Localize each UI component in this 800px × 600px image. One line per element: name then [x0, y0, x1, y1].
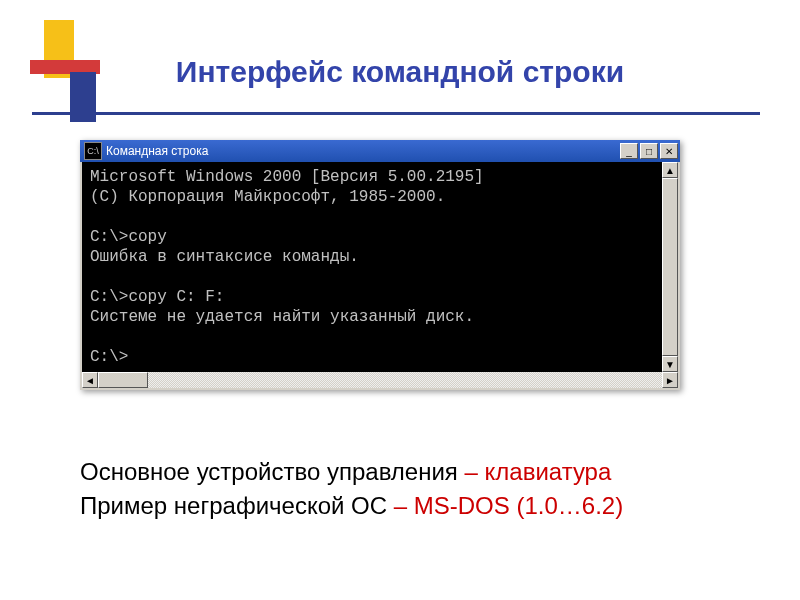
scroll-down-icon[interactable]: ▼ [662, 356, 678, 372]
window-titlebar[interactable]: C:\ Командная строка _ □ ✕ [80, 140, 680, 162]
caption-line1-b: – клавиатура [465, 458, 612, 485]
window-title: Командная строка [106, 144, 620, 158]
slide-title: Интерфейс командной строки [0, 55, 800, 89]
maximize-button[interactable]: □ [640, 143, 658, 159]
window-client: Microsoft Windows 2000 [Версия 5.00.2195… [80, 162, 680, 390]
caption-line2-b: – MS-DOS (1.0…6.2) [394, 492, 623, 519]
scroll-h-thumb[interactable] [98, 372, 148, 388]
cmd-window: C:\ Командная строка _ □ ✕ Microsoft Win… [80, 140, 680, 390]
title-underline [32, 112, 760, 115]
scroll-h-track[interactable] [98, 372, 662, 388]
close-button[interactable]: ✕ [660, 143, 678, 159]
scroll-v-thumb[interactable] [662, 178, 678, 356]
caption-line2-a: Пример неграфической ОС [80, 492, 394, 519]
scroll-right-icon[interactable]: ► [662, 372, 678, 388]
title-area: Интерфейс командной строки [0, 55, 800, 89]
caption-line-1: Основное устройство управления – клавиат… [80, 455, 623, 489]
cmd-icon: C:\ [84, 142, 102, 160]
caption-line-2: Пример неграфической ОС – MS-DOS (1.0…6.… [80, 489, 623, 523]
scrollbar-vertical[interactable]: ▲ ▼ [662, 162, 678, 372]
minimize-button[interactable]: _ [620, 143, 638, 159]
scroll-up-icon[interactable]: ▲ [662, 162, 678, 178]
caption-line1-a: Основное устройство управления [80, 458, 465, 485]
slide-caption: Основное устройство управления – клавиат… [80, 455, 623, 522]
scrollbar-horizontal[interactable]: ◄ ► [82, 372, 678, 388]
terminal-output[interactable]: Microsoft Windows 2000 [Версия 5.00.2195… [82, 162, 678, 372]
scroll-v-track[interactable] [662, 178, 678, 356]
deco-blue [70, 72, 96, 122]
slide-decoration [30, 20, 120, 140]
scroll-left-icon[interactable]: ◄ [82, 372, 98, 388]
